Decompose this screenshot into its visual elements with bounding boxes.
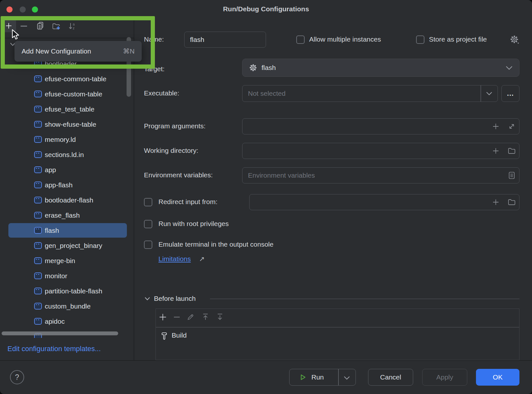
tree-item-custom-bundle[interactable]: custom_bundle [0,299,133,314]
edit-configuration-templates-link[interactable]: Edit configuration templates... [7,345,101,353]
environment-variables-label: Environment variables: [144,171,213,179]
tree-item-partition-table-flash[interactable]: partition-table-flash [0,283,133,299]
browse-ellipsis: ... [502,85,519,102]
add-task-icon[interactable] [159,313,167,321]
environment-variables-input[interactable]: Environment variables [242,167,519,183]
help-question-mark: ? [15,373,19,382]
run-button-label: Run [311,373,324,381]
tree-item-apidoc[interactable]: apidoc [0,314,133,329]
run-config-icon [34,227,42,234]
add-macro-icon[interactable] [492,199,499,206]
tree-item-efuse-test-table[interactable]: efuse_test_table [0,102,133,117]
run-root-privileges-label[interactable]: Run with root privileges [158,220,229,228]
run-play-icon [300,374,306,380]
allow-multiple-instances-label[interactable]: Allow multiple instances [309,35,381,43]
build-task-row[interactable]: Build [156,328,519,344]
emulate-terminal-checkbox[interactable] [144,241,152,249]
sidebar-divider [134,18,134,360]
move-up-icon[interactable] [202,313,209,321]
executable-label: Executable: [144,89,179,97]
store-as-project-file-checkbox[interactable] [416,35,424,44]
executable-combo-divider [480,85,481,102]
store-as-project-file-label[interactable]: Store as project file [429,35,487,43]
run-config-icon [34,212,42,219]
emulate-terminal-label[interactable]: Emulate terminal in the output console [158,241,273,248]
add-macro-icon[interactable] [492,148,499,154]
tree-item-sections-ld-in[interactable]: sections.ld.in [0,147,133,162]
run-config-icon [34,242,42,249]
run-config-icon [34,166,42,173]
browse-folder-icon[interactable] [508,148,516,154]
run-config-icon [34,151,42,158]
allow-multiple-instances-checkbox[interactable] [296,35,305,44]
target-gear-icon [249,64,257,72]
redirect-input-field[interactable] [249,194,519,210]
run-split-button[interactable]: Run [289,369,356,386]
add-macro-icon[interactable] [492,123,499,130]
expand-field-icon[interactable] [508,123,515,130]
tree-item-monitor[interactable]: monitor [0,268,133,283]
before-launch-title[interactable]: Before launch [154,295,196,302]
limitations-link[interactable]: Limitations [158,255,191,263]
apply-button[interactable]: Apply [422,369,467,386]
run-options-chevron-icon[interactable] [344,376,350,380]
build-task-label: Build [172,331,187,339]
tree-item-show-efuse-table[interactable]: show-efuse-table [0,117,133,132]
executable-placeholder: Not selected [248,90,286,97]
annotation-highlight-box [1,16,155,69]
cancel-button-label: Cancel [380,373,401,381]
run-config-icon [34,136,42,143]
working-directory-input[interactable] [242,143,519,159]
store-options-gear-icon[interactable] [510,35,519,44]
program-arguments-input[interactable] [242,118,519,134]
help-button[interactable]: ? [10,370,24,384]
target-chevron-down-icon [506,66,513,70]
executable-browse-button[interactable]: ... [501,85,519,102]
redirect-input-checkbox[interactable] [144,198,152,206]
tree-item-merge-bin[interactable]: merge-bin [0,253,133,268]
env-list-icon[interactable] [508,172,515,179]
run-config-icon [34,272,42,279]
redirect-input-label[interactable]: Redirect input from: [158,198,217,206]
external-link-arrow-icon: ↗ [199,255,205,263]
tree-item-app-flash[interactable]: app-flash [0,177,133,192]
hammer-icon [161,332,167,340]
run-config-icon [34,318,42,325]
tree-item-memory-ld[interactable]: memory.ld [0,132,133,147]
title-bar: Run/Debug Configurations [0,0,532,18]
environment-variables-placeholder: Environment variables [248,172,315,179]
program-arguments-label: Program arguments: [144,122,205,130]
tree-item-erase-flash[interactable]: erase_flash [0,208,133,223]
run-config-icon [34,121,42,128]
tree-item-efuse-custom-table[interactable]: efuse-custom-table [0,86,133,102]
executable-chevron-down-icon[interactable] [486,92,492,95]
ok-button[interactable]: OK [476,369,519,386]
run-config-icon [34,91,42,97]
before-launch-panel: Build [156,309,519,360]
run-root-privileges-checkbox[interactable] [144,220,152,228]
tree-item-bootloader-flash[interactable]: bootloader-flash [0,192,133,208]
tree-horizontal-scrollbar[interactable] [2,331,118,335]
move-down-icon[interactable] [216,313,224,321]
tree-item-gen-project-binary[interactable]: gen_project_binary [0,238,133,253]
cancel-button[interactable]: Cancel [368,369,413,386]
run-split-divider [338,369,339,385]
dialog-title: Run/Debug Configurations [0,5,532,13]
remove-task-icon[interactable] [173,316,180,318]
target-dropdown[interactable]: flash [242,59,519,77]
tree-item-app[interactable]: app [0,162,133,177]
run-config-icon [34,303,42,310]
run-config-icon [34,257,42,264]
run-config-icon [34,288,42,294]
executable-combo[interactable]: Not selected [242,85,498,102]
name-value: flash [190,36,204,44]
tree-item-efuse-common-table[interactable]: efuse-common-table [0,71,133,86]
edit-task-pencil-icon[interactable] [187,313,195,321]
before-launch-chevron-icon[interactable] [145,297,150,300]
browse-folder-icon[interactable] [508,199,516,205]
tree-item-flash-selected[interactable]: flash [0,223,133,238]
configuration-tree: bootloader efuse-common-table efuse-cust… [0,56,133,338]
run-config-icon [34,106,42,113]
before-launch-rule [210,299,519,299]
name-input[interactable]: flash [184,32,266,48]
